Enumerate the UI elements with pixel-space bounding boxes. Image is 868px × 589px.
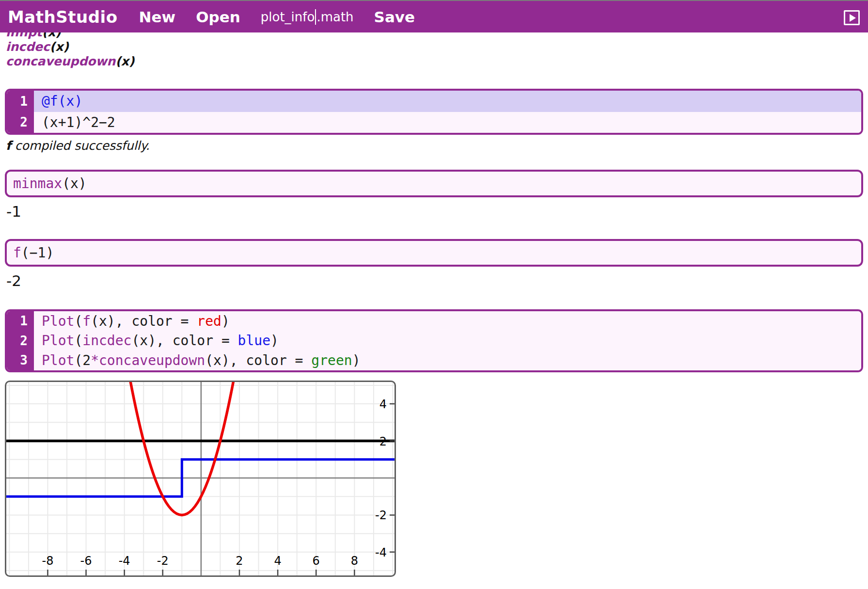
code-token: f — [82, 313, 91, 329]
app-header: MathStudio New Open plot_info .math Save — [0, 1, 868, 32]
y-tick-label: -4 — [375, 546, 387, 559]
filename-field[interactable]: plot_info .math — [261, 9, 354, 25]
filename-after-caret: .math — [316, 10, 353, 24]
x-tick-label: -8 — [42, 554, 53, 568]
compile-status: f compiled successfully. — [6, 139, 150, 153]
code-token: green — [311, 352, 352, 368]
code-token: (x), color = — [91, 313, 197, 329]
code-token: ( — [74, 313, 82, 329]
code-token: ( — [74, 333, 82, 349]
code-token: f — [13, 245, 21, 261]
code-line-content: Plot(2*concaveupdown(x), color = green) — [34, 350, 861, 370]
code-token: @f(x) — [42, 93, 82, 109]
line-number: 3 — [7, 350, 34, 370]
code-line[interactable]: 1Plot(f(x), color = red) — [7, 311, 861, 331]
menu-open[interactable]: Open — [196, 8, 240, 26]
code-line-content: Plot(f(x), color = red) — [34, 311, 861, 331]
y-tick-label: 4 — [379, 398, 387, 411]
line-number: 2 — [7, 331, 34, 351]
play-icon — [850, 14, 856, 22]
code-line[interactable]: 2(x+1)^2−2 — [7, 112, 861, 133]
code-token: ) — [221, 313, 230, 329]
code-token: minmax — [13, 175, 62, 191]
code-token: (x+1)^2−2 — [42, 114, 115, 130]
code-token: (x) — [62, 175, 87, 191]
window-top-strip — [0, 0, 868, 1]
code-line[interactable]: 2Plot(incdec(x), color = blue) — [7, 331, 861, 351]
code-token: (x), color = — [205, 352, 311, 368]
code-token: ) — [352, 352, 361, 368]
y-tick-label: -2 — [375, 509, 387, 522]
run-button[interactable] — [844, 10, 860, 25]
code-token: incdec — [82, 333, 131, 349]
line-number: 1 — [7, 311, 34, 331]
code-token: (−1) — [21, 245, 54, 261]
f-eval-input-cell[interactable]: f(−1) — [5, 239, 863, 267]
code-token: Plot — [42, 333, 74, 349]
code-token: Plot — [42, 313, 74, 329]
filename-before-caret: plot_info — [261, 10, 315, 24]
code-line-content: @f(x) — [34, 91, 861, 112]
menu-save[interactable]: Save — [374, 8, 415, 26]
declaration-args: (x) — [115, 54, 134, 68]
status-text: compiled successfully. — [11, 139, 150, 153]
code-token: Plot — [42, 352, 74, 368]
code-line[interactable]: 1@f(x) — [7, 91, 861, 112]
line-number: 2 — [7, 112, 34, 133]
menu-new[interactable]: New — [139, 8, 176, 26]
code-token: concaveupdown — [99, 352, 205, 368]
app-title: MathStudio — [8, 7, 118, 27]
x-tick-label: -4 — [119, 554, 130, 568]
mathstudio-window: inflpt(x)incdec(x)concaveupdown(x) MathS… — [0, 0, 868, 589]
declaration-line: incdec(x) — [6, 40, 134, 54]
x-tick-label: 6 — [313, 554, 320, 568]
plot-svg: -8-6-4-2246842-2-4 — [6, 382, 395, 575]
x-tick-label: 8 — [351, 554, 358, 568]
minmax-input-cell[interactable]: minmax(x) — [5, 170, 863, 197]
plot-editor[interactable]: 1Plot(f(x), color = red)2Plot(incdec(x),… — [5, 309, 863, 372]
status-function-name: f — [6, 139, 11, 153]
declaration-name: incdec — [6, 40, 50, 54]
text-caret — [315, 9, 316, 25]
code-token: blue — [238, 333, 270, 349]
code-line-content: (x+1)^2−2 — [34, 112, 861, 133]
f-eval-result: -2 — [6, 272, 21, 289]
code-token: red — [197, 313, 221, 329]
function-editor[interactable]: 1@f(x)2(x+1)^2−2 — [5, 89, 863, 135]
code-token: (x), color = — [131, 333, 237, 349]
minmax-result: -1 — [6, 203, 21, 220]
code-line-content: Plot(incdec(x), color = blue) — [34, 331, 861, 351]
line-number: 1 — [7, 91, 34, 112]
code-token: (2 — [74, 352, 91, 368]
plot-canvas[interactable]: -8-6-4-2246842-2-4 — [5, 381, 396, 577]
x-tick-label: 4 — [274, 554, 281, 568]
x-tick-label: -6 — [80, 554, 92, 568]
declaration-name: concaveupdown — [6, 54, 115, 68]
code-line[interactable]: 3Plot(2*concaveupdown(x), color = green) — [7, 350, 861, 370]
declaration-line: concaveupdown(x) — [6, 54, 134, 69]
y-tick-label: 2 — [379, 435, 387, 448]
code-token: ) — [270, 333, 279, 349]
x-tick-label: 2 — [236, 554, 243, 568]
declaration-args: (x) — [50, 40, 69, 54]
x-tick-label: -2 — [157, 554, 169, 568]
code-token: * — [91, 352, 99, 368]
